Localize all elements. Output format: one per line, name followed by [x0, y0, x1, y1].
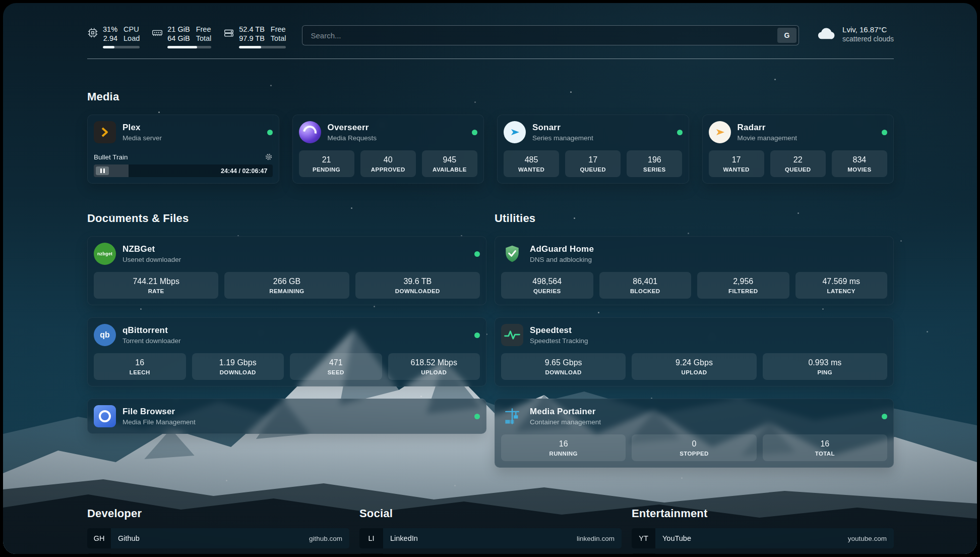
bookmark-url: github.com [309, 535, 349, 542]
service-card-overseerr[interactable]: Overseerr Media Requests 21 PENDING 40 A… [292, 115, 484, 184]
stat-label: SEED [293, 369, 379, 375]
service-card-plex[interactable]: Plex Media server Bullet Train [87, 115, 279, 184]
stat-value: 834 [835, 155, 884, 164]
search-bar: G [302, 25, 799, 45]
stat-value: 16 [97, 358, 183, 367]
stat-value: 9.24 Gbps [635, 358, 753, 367]
service-name: Plex [122, 123, 162, 133]
search-input[interactable] [302, 25, 799, 45]
card-header: qb qBittorrent Torrent downloader [94, 324, 480, 346]
cpu-widget: 31% CPU 2.94 Load [87, 25, 140, 48]
disk-total-label: Total [271, 34, 286, 43]
stat-block: 16 LEECH [94, 353, 186, 380]
service-subtitle: Torrent downloader [122, 337, 181, 345]
stat-block: 0.993 ms PING [763, 353, 887, 380]
section-title-documents: Documents & Files [87, 212, 486, 225]
service-subtitle: Media Requests [328, 134, 377, 142]
stat-value: 0.993 ms [766, 358, 884, 367]
bookmark-youtube[interactable]: YT YouTube youtube.com [632, 528, 894, 548]
plex-icon [94, 121, 116, 143]
service-name: Sonarr [532, 123, 593, 133]
disk-total-value: 97.9 TB [239, 34, 265, 43]
stat-block: 16 TOTAL [763, 434, 887, 461]
gear-icon[interactable] [265, 153, 273, 161]
cpu-load-label: Load [124, 34, 140, 43]
section-utilities: Utilities AdGuard Home [495, 212, 894, 468]
stat-label: PING [766, 369, 884, 375]
qbittorrent-icon: qb [94, 324, 116, 346]
stat-value: 2,956 [700, 277, 786, 286]
filebrowser-icon [94, 405, 116, 427]
bookmark-linkedin[interactable]: LI LinkedIn linkedin.com [359, 528, 622, 548]
stat-value: 21 [302, 155, 351, 164]
card-header: Radarr Movie management [709, 121, 888, 143]
section-title-media: Media [87, 90, 894, 103]
service-card-qbittorrent[interactable]: qb qBittorrent Torrent downloader 16 LEE… [87, 317, 486, 386]
status-dot [267, 130, 273, 135]
playback-progress-bar[interactable]: 24:44 / 02:06:47 [94, 164, 273, 177]
bookmark-name: YouTube [662, 534, 691, 542]
stat-block: 22 QUEUED [770, 150, 826, 177]
service-card-radarr[interactable]: Radarr Movie management 17 WANTED 22 QUE… [702, 115, 894, 184]
service-subtitle: Speedtest Tracking [530, 337, 588, 345]
card-header: Plex Media server [94, 121, 273, 143]
status-dot [677, 130, 683, 135]
pause-icon[interactable] [96, 166, 109, 175]
stat-block: 471 SEED [290, 353, 382, 380]
service-name: qBittorrent [122, 325, 181, 336]
stat-value: 485 [507, 155, 556, 164]
bookmark-twitter[interactable]: TW Twitter twitter.com [359, 553, 622, 554]
memory-total-label: Total [196, 34, 212, 43]
card-header: Overseerr Media Requests [299, 121, 478, 143]
bookmark-github[interactable]: GH Github github.com [87, 528, 349, 548]
stat-value: 16 [504, 439, 623, 449]
stat-value: 17 [712, 155, 761, 164]
service-card-filebrowser[interactable]: File Browser Media File Management [87, 399, 486, 434]
service-stats: 498,564 QUERIES 86,401 BLOCKED 2,956 FIL… [501, 265, 887, 299]
stat-label: UPLOAD [391, 369, 477, 375]
bookmark-url: youtube.com [848, 535, 894, 542]
service-card-speedtest[interactable]: Speedtest Speedtest Tracking 9.65 Gbps D… [495, 317, 894, 386]
service-card-portainer[interactable]: Media Portainer Container management 16 … [495, 399, 894, 468]
status-dot [474, 414, 480, 419]
sonarr-icon [504, 121, 526, 143]
stat-label: QUEUED [568, 166, 618, 173]
stat-value: 196 [630, 155, 679, 164]
service-subtitle: Movie management [738, 134, 798, 142]
card-header: Sonarr Series management [504, 121, 683, 143]
service-subtitle: Media server [122, 134, 162, 142]
stat-label: DOWNLOAD [195, 369, 281, 375]
memory-progress-bar [167, 46, 211, 48]
weather-location: Lviv, 16.87°C [842, 25, 894, 34]
bookmarks: Developer GH Github github.com SO StackO… [87, 507, 894, 554]
cpu-icon [87, 27, 98, 38]
section-title-social: Social [359, 507, 622, 520]
stat-block: 196 SERIES [627, 150, 682, 177]
card-header: File Browser Media File Management [94, 405, 480, 427]
service-card-adguard[interactable]: AdGuard Home DNS and adblocking 498,564 … [495, 236, 894, 305]
stat-value: 86,401 [602, 277, 689, 286]
stat-value: 22 [773, 155, 823, 164]
stat-label: DOWNLOAD [504, 369, 623, 375]
status-dot [882, 414, 887, 419]
stat-block: 744.21 Mbps RATE [94, 272, 218, 299]
stat-label: BLOCKED [602, 288, 689, 294]
memory-total-value: 64 GiB [167, 34, 190, 43]
card-header: AdGuard Home DNS and adblocking [501, 243, 887, 265]
service-subtitle: Usenet downloader [122, 256, 181, 263]
overseerr-icon [299, 121, 321, 143]
bookmark-group-developer: Developer GH Github github.com SO StackO… [87, 507, 349, 554]
adguard-icon [501, 243, 523, 265]
bookmark-netflix[interactable]: NF Netflix netflix.com [632, 553, 894, 554]
stat-label: FILTERED [700, 288, 786, 294]
stat-value: 471 [293, 358, 379, 367]
now-playing: Bullet Train 24:44 / 02:06:47 [94, 148, 273, 177]
service-name: Overseerr [328, 123, 377, 133]
service-card-nzbget[interactable]: nzbget NZBGet Usenet downloader 744.21 M… [87, 236, 486, 305]
search-provider-button[interactable]: G [777, 28, 797, 43]
stat-label: MOVIES [835, 166, 884, 173]
stat-value: 1.19 Gbps [195, 358, 281, 367]
bookmark-stackoverflow[interactable]: SO StackOverflow stackoverflow.com [87, 553, 349, 554]
section-title-utilities: Utilities [495, 212, 894, 225]
service-card-sonarr[interactable]: Sonarr Series management 485 WANTED 17 Q… [497, 115, 689, 184]
